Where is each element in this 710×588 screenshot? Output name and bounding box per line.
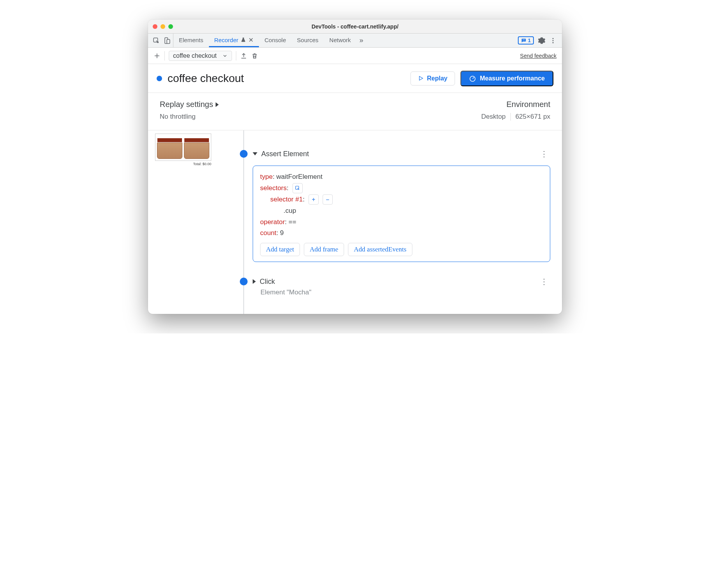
traffic-lights bbox=[153, 24, 173, 29]
tab-elements[interactable]: Elements bbox=[173, 34, 209, 47]
step-thumbnail bbox=[155, 134, 211, 161]
devtools-window: DevTools - coffee-cart.netlify.app/ Elem… bbox=[148, 20, 562, 314]
step-details-panel: type: waitForElement selectors: selector… bbox=[253, 166, 550, 262]
header-row: coffee checkout Replay Measure performan… bbox=[148, 64, 562, 93]
close-icon[interactable]: ✕ bbox=[248, 36, 253, 44]
selector-picker-icon[interactable] bbox=[293, 183, 303, 193]
chat-icon bbox=[521, 38, 526, 43]
step-title: Click bbox=[260, 278, 275, 286]
environment-title: Environment bbox=[507, 100, 550, 109]
close-window-button[interactable] bbox=[153, 24, 157, 29]
tab-recorder[interactable]: Recorder ✕ bbox=[209, 34, 259, 47]
flask-icon bbox=[241, 37, 246, 43]
zoom-window-button[interactable] bbox=[168, 24, 173, 29]
new-recording-icon[interactable] bbox=[153, 52, 161, 59]
svg-point-5 bbox=[553, 40, 554, 41]
inspect-icon[interactable] bbox=[153, 37, 160, 44]
export-icon[interactable] bbox=[240, 52, 247, 59]
thumbnail-cup-icon bbox=[184, 143, 209, 159]
step-click: Click ⋮ Element "Mocha" bbox=[243, 274, 550, 314]
add-target-button[interactable]: Add target bbox=[260, 243, 300, 256]
dimensions-label: 625×671 px bbox=[516, 113, 550, 121]
divider bbox=[510, 113, 511, 121]
detail-row: selector #1: + − bbox=[260, 194, 543, 205]
chevron-down-icon bbox=[253, 152, 257, 155]
step-assert-element: Assert Element ⋮ type: waitForElement se… bbox=[243, 134, 550, 262]
send-feedback-link[interactable]: Send feedback bbox=[520, 53, 557, 59]
detail-row: count: 9 bbox=[260, 228, 543, 239]
chevron-right-icon bbox=[253, 279, 256, 284]
replay-settings-toggle[interactable]: Replay settings bbox=[160, 100, 219, 109]
recorder-toolbar: coffee checkout Send feedback bbox=[148, 48, 562, 64]
add-asserted-events-button[interactable]: Add assertedEvents bbox=[348, 243, 412, 256]
throttling-status: No throttling bbox=[160, 113, 219, 121]
play-icon bbox=[418, 75, 424, 81]
tab-network[interactable]: Network bbox=[324, 34, 356, 47]
tab-console[interactable]: Console bbox=[259, 34, 291, 47]
recording-title: coffee checkout bbox=[168, 72, 244, 85]
window-title: DevTools - coffee-cart.netlify.app/ bbox=[148, 23, 562, 30]
step-dot bbox=[240, 150, 248, 158]
step-subtitle: Element "Mocha" bbox=[253, 289, 550, 296]
kebab-menu-icon[interactable] bbox=[549, 37, 557, 44]
timeline-body: Total: $0.00 Assert Element ⋮ type: wait… bbox=[148, 130, 562, 314]
step-header[interactable]: Assert Element ⋮ bbox=[253, 148, 550, 160]
timeline-column[interactable]: Assert Element ⋮ type: waitForElement se… bbox=[218, 130, 562, 314]
svg-point-4 bbox=[553, 38, 554, 39]
svg-rect-3 bbox=[523, 39, 525, 40]
titlebar: DevTools - coffee-cart.netlify.app/ bbox=[148, 20, 562, 34]
step-dot bbox=[240, 278, 248, 285]
step-title: Assert Element bbox=[261, 150, 309, 158]
step-header[interactable]: Click ⋮ bbox=[253, 275, 550, 288]
add-frame-button[interactable]: Add frame bbox=[304, 243, 344, 256]
trash-icon[interactable] bbox=[251, 52, 258, 59]
step-menu-icon[interactable]: ⋮ bbox=[538, 149, 550, 159]
device-toolbar-icon[interactable] bbox=[164, 37, 171, 44]
divider bbox=[164, 51, 165, 61]
device-label: Desktop bbox=[481, 113, 505, 121]
chevron-down-icon bbox=[222, 53, 228, 59]
chevron-right-icon bbox=[216, 102, 219, 107]
settings-row: Replay settings No throttling Environmen… bbox=[148, 93, 562, 130]
settings-gear-icon[interactable] bbox=[538, 37, 546, 45]
detail-row: type: waitForElement bbox=[260, 171, 543, 183]
thumbnail-cup-icon bbox=[157, 143, 182, 159]
tabstrip: Elements Recorder ✕ Console Sources Netw… bbox=[148, 34, 562, 48]
thumbnail-total: Total: $0.00 bbox=[155, 162, 211, 166]
minimize-window-button[interactable] bbox=[161, 24, 165, 29]
more-tabs-icon[interactable]: » bbox=[356, 34, 366, 47]
svg-point-6 bbox=[553, 42, 554, 43]
tab-sources[interactable]: Sources bbox=[291, 34, 324, 47]
replay-button[interactable]: Replay bbox=[410, 71, 455, 86]
gauge-icon bbox=[469, 75, 476, 82]
recording-select[interactable]: coffee checkout bbox=[169, 51, 232, 61]
add-selector-icon[interactable]: + bbox=[309, 194, 319, 205]
recording-status-dot bbox=[157, 76, 162, 81]
thumbnail-column: Total: $0.00 bbox=[148, 130, 218, 314]
measure-performance-button[interactable]: Measure performance bbox=[460, 71, 553, 86]
remove-selector-icon[interactable]: − bbox=[323, 194, 333, 205]
detail-row: operator: == bbox=[260, 217, 543, 228]
step-menu-icon[interactable]: ⋮ bbox=[538, 277, 550, 286]
detail-row: selectors: bbox=[260, 183, 543, 194]
divider bbox=[236, 51, 236, 61]
messages-badge[interactable]: 1 bbox=[518, 36, 534, 45]
selector-value[interactable]: .cup bbox=[260, 205, 543, 217]
svg-rect-2 bbox=[167, 39, 170, 44]
